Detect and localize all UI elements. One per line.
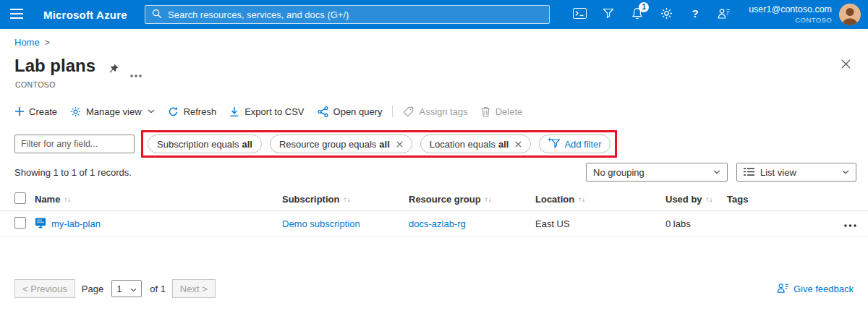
close-blade-button[interactable] bbox=[841, 59, 851, 71]
svg-text:?: ? bbox=[692, 7, 699, 20]
column-header-tags[interactable]: Tags bbox=[727, 194, 830, 205]
assign-tags-button[interactable]: Assign tags bbox=[396, 101, 474, 122]
page-total-label: of 1 bbox=[150, 284, 166, 294]
create-button[interactable]: Create bbox=[9, 101, 64, 122]
row-actions-button[interactable] bbox=[830, 218, 856, 229]
column-label: Name bbox=[35, 194, 60, 205]
delete-button[interactable]: Delete bbox=[475, 101, 529, 122]
global-search-input[interactable] bbox=[168, 9, 542, 20]
topbar-right-controls: 1 ? user1@contoso.com CONTOSO bbox=[565, 0, 868, 29]
open-query-label: Open query bbox=[333, 106, 383, 117]
results-summary-row: Showing 1 to 1 of 1 records. No grouping… bbox=[14, 162, 856, 182]
sort-icon: ↑↓ bbox=[578, 195, 585, 203]
user-tenant: CONTOSO bbox=[749, 16, 832, 25]
close-icon bbox=[841, 59, 851, 71]
breadcrumb-separator: > bbox=[45, 38, 50, 48]
download-icon bbox=[229, 106, 239, 117]
azure-brand-title[interactable]: Microsoft Azure bbox=[43, 9, 127, 21]
view-controls: No grouping List view bbox=[586, 163, 856, 182]
chevron-down-icon bbox=[842, 170, 849, 174]
chevron-down-icon bbox=[713, 170, 720, 174]
notifications-button[interactable]: 1 bbox=[623, 0, 652, 29]
more-options-icon bbox=[130, 69, 142, 80]
trash-icon bbox=[481, 106, 490, 117]
help-icon: ? bbox=[689, 7, 702, 22]
page-number-select[interactable]: 1 bbox=[111, 280, 142, 297]
global-search bbox=[145, 5, 550, 24]
grouping-value: No grouping bbox=[593, 167, 644, 178]
lab-plans-table: Name ↑↓ Subscription ↑↓ Resource group ↑… bbox=[0, 188, 868, 237]
feedback-button[interactable] bbox=[710, 0, 739, 29]
feedback-icon bbox=[718, 8, 731, 21]
select-all-checkbox[interactable] bbox=[14, 192, 26, 204]
open-query-button[interactable]: Open query bbox=[311, 101, 389, 122]
column-header-used-by[interactable]: Used by ↑↓ bbox=[665, 194, 727, 205]
remove-filter-icon[interactable] bbox=[396, 141, 403, 148]
add-filter-button[interactable]: Add filter bbox=[539, 135, 610, 153]
used-by-cell: 0 labs bbox=[665, 218, 727, 229]
filter-pill-value: all bbox=[379, 139, 389, 150]
settings-button[interactable] bbox=[652, 0, 681, 29]
view-select[interactable]: List view bbox=[736, 163, 856, 182]
filter-any-field-input[interactable] bbox=[14, 135, 135, 153]
column-header-name[interactable]: Name ↑↓ bbox=[35, 194, 282, 205]
column-header-resource-group[interactable]: Resource group ↑↓ bbox=[409, 194, 535, 205]
more-options-button[interactable] bbox=[130, 69, 142, 80]
resource-group-link[interactable]: docs-azlab-rg bbox=[409, 218, 466, 229]
search-icon bbox=[152, 9, 162, 21]
annotation-highlight-box: Subscription equals all Resource group e… bbox=[141, 130, 617, 158]
row-checkbox[interactable] bbox=[14, 217, 26, 229]
refresh-icon bbox=[168, 106, 179, 117]
pin-icon bbox=[109, 64, 119, 76]
previous-page-button[interactable]: < Previous bbox=[14, 279, 75, 298]
list-view-icon bbox=[744, 167, 754, 178]
sort-icon: ↑↓ bbox=[485, 195, 492, 203]
directories-filter-icon bbox=[603, 8, 614, 21]
manage-view-button[interactable]: Manage view bbox=[64, 101, 161, 122]
export-csv-button[interactable]: Export to CSV bbox=[223, 101, 310, 122]
pin-button[interactable] bbox=[109, 64, 119, 76]
filter-bar: Subscription equals all Resource group e… bbox=[14, 130, 617, 158]
filter-pill-resource-group[interactable]: Resource group equals all bbox=[270, 135, 412, 153]
location-cell: East US bbox=[535, 218, 665, 229]
subscription-link[interactable]: Demo subscription bbox=[282, 218, 360, 229]
page-label: Page bbox=[82, 284, 103, 294]
grouping-select[interactable]: No grouping bbox=[586, 163, 728, 182]
open-query-icon bbox=[318, 106, 328, 117]
filter-pill-subscription[interactable]: Subscription equals all bbox=[148, 135, 262, 153]
directories-filter-button[interactable] bbox=[594, 0, 623, 29]
top-navigation-bar: Microsoft Azure 1 bbox=[0, 0, 868, 29]
remove-filter-icon[interactable] bbox=[515, 141, 522, 148]
chevron-down-icon bbox=[148, 109, 155, 114]
add-filter-label: Add filter bbox=[564, 139, 601, 150]
give-feedback-link[interactable]: Give feedback bbox=[777, 283, 854, 295]
command-bar: Create Manage view Refresh Export to CSV bbox=[9, 101, 529, 122]
give-feedback-label: Give feedback bbox=[793, 284, 854, 294]
current-page-value: 1 bbox=[116, 284, 122, 294]
export-csv-label: Export to CSV bbox=[244, 106, 304, 117]
help-button[interactable]: ? bbox=[681, 0, 710, 29]
avatar[interactable] bbox=[839, 4, 861, 25]
sort-icon: ↑↓ bbox=[343, 195, 350, 203]
hamburger-menu-button[interactable] bbox=[0, 0, 33, 29]
view-value: List view bbox=[760, 167, 796, 178]
next-page-button[interactable]: Next > bbox=[172, 279, 216, 298]
filter-pill-location[interactable]: Location equals all bbox=[420, 135, 532, 153]
lab-plan-name-link[interactable]: my-lab-plan bbox=[51, 218, 101, 229]
refresh-button[interactable]: Refresh bbox=[161, 101, 224, 122]
column-header-location[interactable]: Location ↑↓ bbox=[535, 194, 665, 205]
gear-icon bbox=[660, 7, 673, 22]
breadcrumb-home-link[interactable]: Home bbox=[14, 37, 40, 48]
hamburger-menu-icon bbox=[10, 9, 23, 21]
account-menu[interactable]: user1@contoso.com CONTOSO bbox=[749, 4, 832, 25]
cloud-shell-icon bbox=[573, 8, 587, 21]
filter-pill-value: all bbox=[498, 139, 509, 150]
filter-pill-label: Subscription equals bbox=[157, 139, 239, 150]
cloud-shell-button[interactable] bbox=[565, 0, 594, 29]
column-label: Resource group bbox=[409, 194, 481, 205]
pagination-bar: < Previous Page 1 of 1 Next > Give feedb… bbox=[14, 279, 854, 298]
column-label: Subscription bbox=[282, 194, 339, 205]
sort-icon: ↑↓ bbox=[64, 195, 71, 203]
azure-portal-page: Microsoft Azure 1 bbox=[0, 0, 868, 311]
column-header-subscription[interactable]: Subscription ↑↓ bbox=[282, 194, 409, 205]
